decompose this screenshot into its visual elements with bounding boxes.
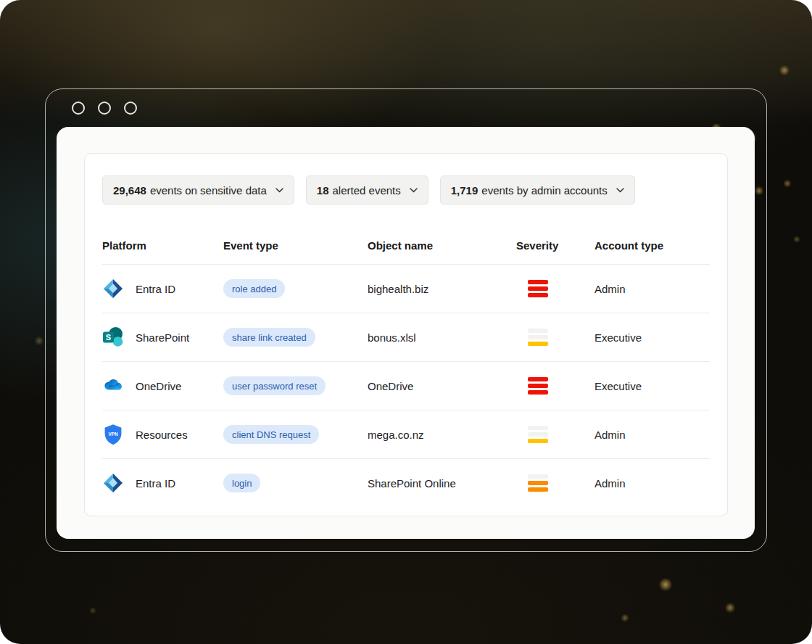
table-row[interactable]: VPN Resources client DNS request mega.co… — [102, 410, 710, 459]
account-type: Admin — [594, 429, 710, 441]
table-body: Entra ID role added bighealth.biz Admin … — [102, 265, 710, 507]
platform-icon-slot: S — [102, 326, 124, 348]
object-name: OneDrive — [368, 380, 516, 392]
account-type: Executive — [594, 380, 710, 392]
vpn-shield-icon: VPN — [103, 424, 123, 445]
severity-indicator — [528, 280, 548, 297]
window-control-minimize[interactable] — [98, 102, 111, 115]
window-controls — [72, 102, 137, 115]
event-type-cell: login — [223, 474, 368, 492]
column-header-object-name: Object name — [368, 239, 516, 252]
platform-name: Entra ID — [136, 477, 175, 490]
column-header-platform: Platform — [102, 239, 223, 252]
filter-count: 1,719 — [451, 184, 478, 197]
event-type-cell: user password reset — [223, 376, 368, 395]
svg-text:S: S — [106, 333, 111, 342]
event-type-cell: share link created — [223, 328, 368, 347]
svg-text:VPN: VPN — [108, 432, 118, 437]
object-name: bighealth.biz — [368, 283, 516, 295]
severity-cell — [516, 329, 594, 346]
chevron-down-icon — [276, 188, 283, 193]
event-type-badge: client DNS request — [223, 425, 319, 444]
table-row[interactable]: Entra ID login SharePoint Online Admin — [102, 459, 710, 507]
account-type: Admin — [594, 477, 710, 490]
platform-icon-slot — [102, 472, 124, 494]
table-header: Platform Event type Object name Severity… — [102, 223, 710, 265]
app-window: 29,648 events on sensitive data 18 alert… — [45, 88, 767, 552]
platform-cell: OneDrive — [102, 375, 223, 397]
onedrive-icon — [102, 375, 124, 397]
severity-indicator — [528, 329, 548, 346]
account-type: Executive — [594, 331, 710, 344]
filter-count: 29,648 — [113, 184, 146, 197]
filter-label: events by admin accounts — [481, 184, 607, 197]
app-panel: 29,648 events on sensitive data 18 alert… — [57, 127, 755, 539]
filter-alerted-events[interactable]: 18 alerted events — [306, 176, 428, 205]
event-type-cell: client DNS request — [223, 425, 368, 444]
filter-label: alerted events — [333, 184, 401, 197]
filter-admin-account-events[interactable]: 1,719 events by admin accounts — [440, 176, 635, 205]
platform-name: OneDrive — [136, 380, 181, 392]
event-type-badge: share link created — [223, 328, 315, 347]
severity-cell — [516, 377, 594, 395]
platform-cell: Entra ID — [102, 472, 223, 494]
column-header-account-type: Account type — [594, 239, 710, 252]
platform-icon-slot — [102, 375, 124, 397]
filter-label: events on sensitive data — [150, 184, 267, 197]
severity-indicator — [528, 377, 548, 395]
sharepoint-icon: S — [102, 326, 124, 348]
window-control-zoom[interactable] — [124, 102, 137, 115]
event-type-cell: role added — [223, 279, 368, 298]
severity-cell — [516, 280, 594, 297]
table-row[interactable]: OneDrive user password reset OneDrive Ex… — [102, 362, 710, 410]
table-row[interactable]: Entra ID role added bighealth.biz Admin — [102, 265, 710, 313]
chevron-down-icon — [616, 188, 624, 193]
platform-cell: Entra ID — [102, 278, 223, 300]
filter-sensitive-data-events[interactable]: 29,648 events on sensitive data — [102, 176, 294, 205]
severity-cell — [516, 474, 594, 492]
platform-name: Resources — [136, 429, 188, 441]
platform-icon-slot: VPN — [102, 424, 124, 445]
severity-indicator — [528, 426, 548, 443]
object-name: bonus.xlsl — [368, 331, 516, 344]
object-name: mega.co.nz — [368, 429, 516, 441]
filter-bar: 29,648 events on sensitive data 18 alert… — [102, 176, 710, 205]
filter-count: 18 — [317, 184, 329, 197]
column-header-severity: Severity — [516, 239, 594, 252]
platform-name: SharePoint — [136, 331, 189, 344]
event-type-badge: login — [223, 474, 260, 492]
severity-indicator — [528, 474, 548, 492]
event-type-badge: user password reset — [223, 376, 326, 395]
severity-cell — [516, 426, 594, 443]
platform-cell: S SharePoint — [102, 326, 223, 348]
entra-id-icon — [103, 473, 123, 493]
background-photo: 29,648 events on sensitive data 18 alert… — [0, 0, 812, 644]
platform-icon-slot — [102, 278, 124, 300]
events-card: 29,648 events on sensitive data 18 alert… — [84, 153, 728, 516]
column-header-event-type: Event type — [223, 239, 368, 252]
table-row[interactable]: S SharePoint share link created bonus.xl… — [102, 313, 710, 362]
account-type: Admin — [594, 283, 710, 295]
entra-id-icon — [103, 278, 123, 299]
chevron-down-icon — [410, 188, 418, 193]
object-name: SharePoint Online — [368, 477, 516, 490]
platform-cell: VPN Resources — [102, 424, 223, 445]
event-type-badge: role added — [223, 279, 285, 298]
platform-name: Entra ID — [136, 283, 175, 295]
window-control-close[interactable] — [72, 102, 85, 115]
